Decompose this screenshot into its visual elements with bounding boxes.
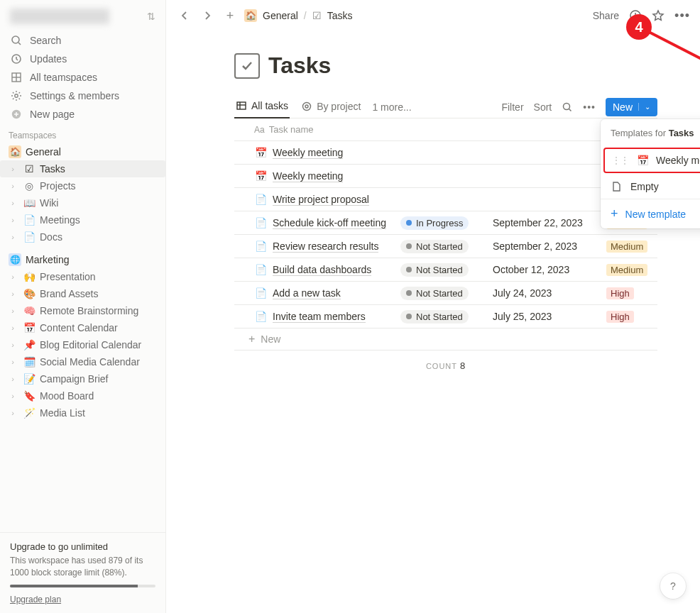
- chevron-right-icon[interactable]: ›: [7, 233, 18, 241]
- table-row[interactable]: 📄Invite team membersNot StartedJuly 25, …: [234, 305, 657, 328]
- chevron-right-icon[interactable]: ›: [7, 409, 18, 417]
- sidebar-page-docs[interactable]: ›📄Docs: [0, 228, 165, 245]
- search-nav[interactable]: Search: [3, 31, 163, 50]
- task-name: Weekly meeting: [273, 170, 343, 182]
- date-cell: September 2, 2023: [487, 236, 601, 256]
- template-label: Empty: [630, 181, 659, 192]
- sidebar-page-presentation[interactable]: ›🙌Presentation: [0, 268, 165, 285]
- sidebar-page-mood-board[interactable]: ›🔖Mood Board: [0, 387, 165, 404]
- emoji-icon: 📅: [23, 321, 35, 334]
- emoji-icon: 🗓️: [23, 355, 35, 368]
- tab-by-project[interactable]: By project: [300, 96, 362, 118]
- target-icon: [301, 101, 312, 112]
- chevron-right-icon[interactable]: ›: [7, 199, 18, 207]
- workspace-switcher[interactable]: ⇅: [0, 0, 165, 31]
- date-cell: September 22, 2023: [487, 213, 601, 233]
- emoji-icon: 📝: [23, 372, 35, 385]
- upgrade-plan-link[interactable]: Upgrade plan: [10, 595, 61, 604]
- more-icon[interactable]: •••: [674, 9, 690, 23]
- task-name: Weekly meeting: [273, 147, 343, 159]
- sidebar-page-remote-brainstorming[interactable]: ›🧠Remote Brainstorming: [0, 302, 165, 319]
- column-task-name-label: Task name: [269, 124, 314, 135]
- sidebar-page-wiki[interactable]: ›📖Wiki: [0, 194, 165, 211]
- nav-back-button[interactable]: [176, 7, 193, 24]
- table-row[interactable]: 📄Write project proposal: [234, 188, 657, 211]
- nav-forward-button[interactable]: [199, 7, 216, 24]
- date-cell: October 12, 2023: [487, 260, 601, 280]
- share-button[interactable]: Share: [593, 10, 619, 21]
- chevron-right-icon[interactable]: ›: [7, 165, 18, 173]
- database-header: All tasks By project 1 more... Filter So…: [234, 96, 657, 118]
- page-title-text[interactable]: Tasks: [268, 53, 331, 79]
- teamspace-marketing[interactable]: 🌐 Marketing: [0, 251, 165, 268]
- chevron-right-icon[interactable]: ›: [7, 182, 18, 190]
- tab-more[interactable]: 1 more...: [372, 101, 411, 113]
- table-row[interactable]: 📄Schedule kick-off meetingIn ProgressSep…: [234, 211, 657, 235]
- all-teamspaces-nav[interactable]: All teamspaces: [3, 68, 163, 87]
- priority-tag: High: [606, 287, 634, 299]
- template-item[interactable]: ⋮⋮📅Weekly meeting•••: [603, 148, 700, 173]
- updates-nav[interactable]: Updates: [3, 50, 163, 68]
- sidebar-page-social-media-calendar[interactable]: ›🗓️Social Media Calendar: [0, 353, 165, 370]
- search-icon[interactable]: [562, 101, 573, 113]
- breadcrumb-parent[interactable]: General: [263, 10, 298, 21]
- tab-all-tasks[interactable]: All tasks: [234, 96, 290, 118]
- svg-rect-9: [237, 102, 246, 109]
- priority-tag: Medium: [606, 264, 647, 276]
- settings-nav[interactable]: Settings & members: [3, 87, 163, 105]
- chevron-right-icon[interactable]: ›: [7, 272, 18, 281]
- table-row[interactable]: 📅Weekly meeting: [234, 165, 657, 188]
- star-icon[interactable]: [652, 9, 665, 22]
- help-button[interactable]: ?: [660, 573, 686, 599]
- table-row[interactable]: 📄Build data dashboardsNot StartedOctober…: [234, 258, 657, 282]
- emoji-icon: 🪄: [23, 407, 35, 419]
- sidebar-page-campaign-brief[interactable]: ›📝Campaign Brief: [0, 370, 165, 387]
- new-button[interactable]: New ⌄: [606, 98, 657, 116]
- new-row-button[interactable]: + New: [234, 328, 657, 350]
- chevron-right-icon[interactable]: ›: [7, 324, 18, 332]
- chevron-right-icon[interactable]: ›: [7, 375, 18, 383]
- chevron-right-icon[interactable]: ›: [7, 341, 18, 349]
- new-tab-button[interactable]: +: [222, 7, 239, 24]
- table-row[interactable]: 📄Review research resultsNot StartedSepte…: [234, 235, 657, 258]
- column-task-name[interactable]: Aa Task name: [234, 118, 657, 140]
- drag-handle-icon[interactable]: ⋮⋮: [612, 155, 629, 165]
- table-row[interactable]: 📅Weekly meeting: [234, 141, 657, 165]
- doc-icon: 📄: [23, 231, 35, 243]
- topbar: + 🏠 General / ☑ Tasks Share •••: [166, 0, 700, 31]
- chevron-down-icon[interactable]: ⌄: [638, 103, 650, 111]
- chevron-right-icon[interactable]: ›: [7, 289, 18, 298]
- sidebar-page-blog-editorial-calendar[interactable]: ›📌Blog Editorial Calendar: [0, 336, 165, 353]
- chevron-right-icon[interactable]: ›: [7, 358, 18, 366]
- template-item[interactable]: EmptyDEFAULT•••: [601, 175, 700, 199]
- more-icon[interactable]: •••: [583, 101, 596, 113]
- breadcrumb-current[interactable]: Tasks: [327, 10, 353, 21]
- chevron-right-icon[interactable]: ›: [7, 216, 18, 224]
- task-name: Write project proposal: [273, 194, 369, 206]
- emoji-icon: 🧠: [23, 304, 35, 317]
- checkbox-icon: [234, 53, 260, 79]
- new-template-button[interactable]: + New template: [601, 199, 700, 228]
- sidebar-page-media-list[interactable]: ›🪄Media List: [0, 404, 165, 421]
- search-icon: [10, 34, 23, 47]
- tab-by-project-label: By project: [317, 101, 361, 112]
- count-label: COUNT: [426, 362, 457, 370]
- table-header-row: Aa Task name: [234, 118, 657, 141]
- filter-button[interactable]: Filter: [501, 101, 523, 113]
- sidebar-page-meetings[interactable]: ›📄Meetings: [0, 211, 165, 228]
- teamspace-general[interactable]: 🏠 General: [0, 143, 165, 160]
- table-row[interactable]: 📄Add a new taskNot StartedJuly 24, 2023H…: [234, 282, 657, 305]
- sidebar-page-tasks[interactable]: ›☑Tasks: [0, 160, 165, 177]
- priority-tag: Medium: [606, 241, 647, 253]
- sidebar-page-projects[interactable]: ›◎Projects: [0, 177, 165, 194]
- sidebar-page-brand-assets[interactable]: ›🎨Brand Assets: [0, 285, 165, 302]
- sort-button[interactable]: Sort: [534, 101, 552, 113]
- expand-collapse-icon[interactable]: ⇅: [147, 11, 155, 22]
- new-page-nav[interactable]: New page: [3, 105, 163, 123]
- svg-point-12: [303, 102, 311, 110]
- chevron-right-icon[interactable]: ›: [7, 306, 18, 315]
- sidebar-page-content-calendar[interactable]: ›📅Content Calendar: [0, 319, 165, 336]
- upgrade-title: Upgrade to go unlimited: [10, 541, 155, 552]
- chevron-right-icon[interactable]: ›: [7, 392, 18, 400]
- search-label: Search: [30, 35, 61, 46]
